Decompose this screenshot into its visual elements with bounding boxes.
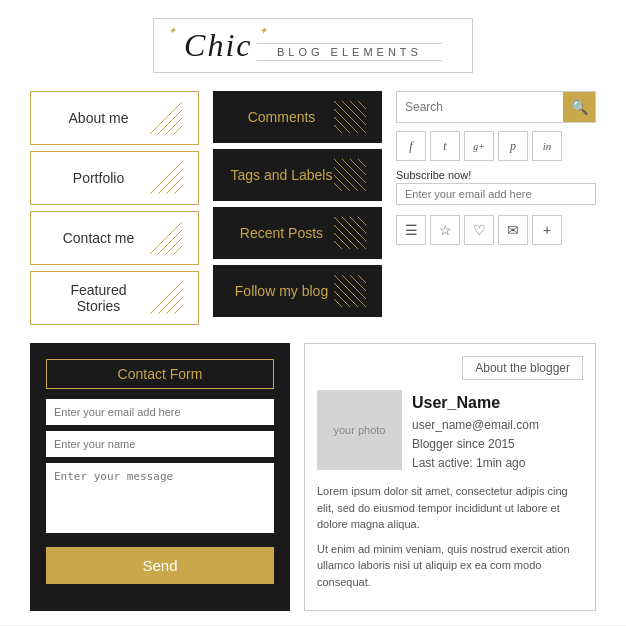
contact-form-box: Contact Form Send	[30, 343, 290, 611]
dark-comments[interactable]: Comments	[213, 91, 382, 143]
svg-line-33	[358, 217, 366, 225]
svg-line-37	[334, 275, 366, 307]
blogger-name: User_Name	[412, 390, 539, 416]
star-icon[interactable]: ☆	[430, 215, 460, 245]
svg-line-36	[334, 241, 342, 249]
blogger-active: Last active: 1min ago	[412, 454, 539, 473]
contact-form-title: Contact Form	[46, 359, 274, 389]
bottom-grid: Contact Form Send About the blogger your…	[0, 333, 626, 621]
svg-line-40	[358, 275, 366, 283]
dark-recent-posts-label: Recent Posts	[229, 225, 334, 241]
dark-deco-2	[334, 159, 366, 191]
email-icon[interactable]: ✉	[498, 215, 528, 245]
svg-line-15	[174, 306, 182, 314]
svg-line-11	[174, 246, 182, 254]
svg-line-16	[334, 101, 366, 133]
contact-email-input[interactable]	[46, 399, 274, 425]
dark-column: Comments Tags and Labels Recent Posts Fo…	[213, 91, 382, 325]
dark-deco-1	[334, 101, 366, 133]
svg-line-7	[174, 186, 182, 194]
svg-line-14	[166, 298, 182, 314]
subtitle: BLOG ELEMENTS	[257, 43, 442, 61]
blogger-box: About the blogger your photo User_Name u…	[304, 343, 596, 611]
search-input[interactable]	[397, 92, 563, 122]
nav-portfolio-label: Portfolio	[47, 170, 150, 186]
svg-line-29	[334, 183, 342, 191]
nav-contact-me[interactable]: Contact me	[30, 211, 199, 265]
blogger-bio2: Ut enim ad minim veniam, quis nostrud ex…	[317, 541, 583, 591]
svg-line-42	[334, 291, 350, 307]
icon-row: ☰ ☆ ♡ ✉ +	[396, 215, 596, 245]
svg-line-3	[174, 126, 182, 134]
nav-deco-3	[150, 222, 182, 254]
svg-line-19	[358, 101, 366, 109]
contact-name-input[interactable]	[46, 431, 274, 457]
social-twitter-icon[interactable]: t	[430, 131, 460, 161]
svg-line-23	[334, 159, 366, 191]
nav-column: About me Portfolio Contact me Featured S…	[30, 91, 199, 325]
svg-line-32	[350, 217, 366, 233]
svg-line-6	[166, 178, 182, 194]
svg-line-28	[334, 175, 350, 191]
svg-line-10	[166, 238, 182, 254]
svg-line-0	[150, 102, 182, 134]
dark-follow-label: Follow my blog	[229, 283, 334, 299]
svg-line-8	[150, 222, 182, 254]
header-border: Chic BLOG ELEMENTS	[153, 18, 473, 73]
search-bar: 🔍	[396, 91, 596, 123]
dark-follow[interactable]: Follow my blog	[213, 265, 382, 317]
blogger-email: user_name@email.com	[412, 416, 539, 435]
nav-featured-label: Featured Stories	[47, 282, 150, 314]
header: Chic BLOG ELEMENTS	[0, 0, 626, 83]
subscribe-input[interactable]	[396, 183, 596, 205]
svg-line-43	[334, 299, 342, 307]
main-grid: About me Portfolio Contact me Featured S…	[0, 83, 626, 333]
dark-comments-label: Comments	[229, 109, 334, 125]
svg-line-22	[334, 125, 342, 133]
nav-contact-me-label: Contact me	[47, 230, 150, 246]
social-facebook-icon[interactable]: f	[396, 131, 426, 161]
nav-deco-1	[150, 102, 182, 134]
contact-send-button[interactable]: Send	[46, 547, 274, 584]
nav-portfolio[interactable]: Portfolio	[30, 151, 199, 205]
blogger-info: User_Name user_name@email.com Blogger si…	[412, 390, 539, 473]
social-pinterest-icon[interactable]: p	[498, 131, 528, 161]
svg-line-18	[350, 101, 366, 117]
blogger-title-btn: About the blogger	[462, 356, 583, 380]
dark-deco-3	[334, 217, 366, 249]
search-button[interactable]: 🔍	[563, 92, 595, 122]
dark-recent-posts[interactable]: Recent Posts	[213, 207, 382, 259]
nav-about-me[interactable]: About me	[30, 91, 199, 145]
menu-icon[interactable]: ☰	[396, 215, 426, 245]
dark-tags[interactable]: Tags and Labels	[213, 149, 382, 201]
blogger-title-row: About the blogger	[317, 356, 583, 380]
svg-line-2	[166, 118, 182, 134]
svg-line-12	[150, 282, 182, 314]
contact-message-input[interactable]	[46, 463, 274, 533]
nav-featured[interactable]: Featured Stories	[30, 271, 199, 325]
subscribe-label: Subscribe now!	[396, 169, 596, 181]
svg-line-39	[350, 275, 366, 291]
logo: Chic	[184, 27, 252, 64]
nav-about-me-label: About me	[47, 110, 150, 126]
subscribe-section: Subscribe now!	[396, 169, 596, 205]
social-linkedin-icon[interactable]: in	[532, 131, 562, 161]
nav-deco-4	[150, 282, 182, 314]
nav-deco-2	[150, 162, 182, 194]
add-icon[interactable]: +	[532, 215, 562, 245]
blogger-since: Blogger since 2015	[412, 435, 539, 454]
svg-line-21	[334, 117, 350, 133]
svg-line-30	[334, 217, 366, 249]
svg-line-25	[350, 159, 366, 175]
dark-tags-label: Tags and Labels	[229, 167, 334, 183]
social-googleplus-icon[interactable]: g+	[464, 131, 494, 161]
svg-line-35	[334, 233, 350, 249]
svg-line-26	[358, 159, 366, 167]
blogger-photo-label: your photo	[334, 424, 386, 436]
blogger-bio1: Lorem ipsum dolor sit amet, consectetur …	[317, 483, 583, 533]
blogger-profile: your photo User_Name user_name@email.com…	[317, 390, 583, 473]
svg-line-4	[150, 162, 182, 194]
social-row: f t g+ p in	[396, 131, 596, 161]
heart-icon[interactable]: ♡	[464, 215, 494, 245]
blogger-photo: your photo	[317, 390, 402, 470]
